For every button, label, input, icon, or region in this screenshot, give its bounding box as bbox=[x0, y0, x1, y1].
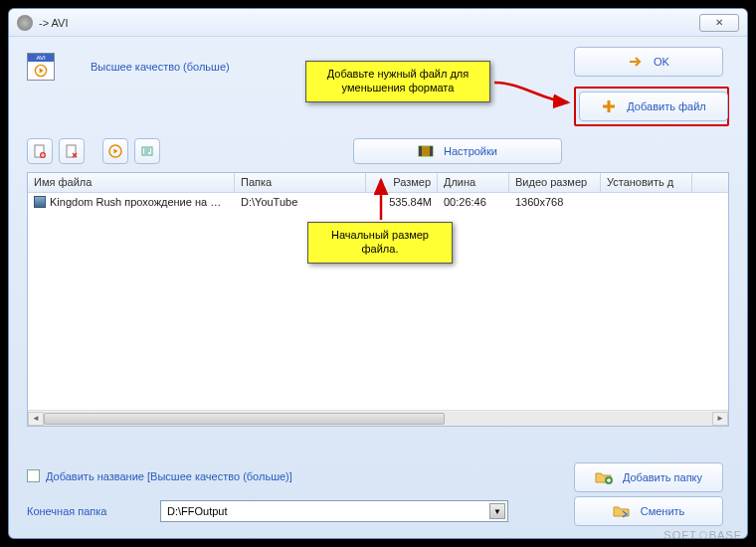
callout-add-file: Добавьте нужный файл дляуменьшения форма… bbox=[305, 61, 490, 102]
cell-length: 00:26:46 bbox=[438, 194, 509, 210]
ok-button[interactable]: OK bbox=[574, 47, 723, 77]
add-folder-label: Добавить папку bbox=[623, 471, 702, 483]
scroll-right-icon[interactable]: ► bbox=[712, 412, 728, 426]
arrow-right-icon bbox=[628, 54, 644, 70]
svg-rect-7 bbox=[419, 146, 422, 156]
horizontal-scrollbar[interactable]: ◄ ► bbox=[28, 410, 728, 426]
add-title-label[interactable]: Добавить название [Высшее качество (боль… bbox=[46, 470, 292, 482]
cell-folder: D:\YouTube bbox=[235, 194, 366, 210]
app-window: -> AVI ✕ AVI Высшее качество (больше) OK bbox=[8, 8, 748, 539]
file-table: Имя файла Папка Размер Длина Видео разме… bbox=[27, 172, 729, 427]
col-folder[interactable]: Папка bbox=[235, 173, 366, 192]
app-icon bbox=[17, 15, 33, 31]
table-row[interactable]: Kingdom Rush прохождение на ПК ... D:\Yo… bbox=[28, 193, 728, 211]
remove-doc-button[interactable] bbox=[59, 138, 85, 164]
add-title-checkbox[interactable] bbox=[27, 469, 40, 482]
play-button[interactable] bbox=[102, 138, 128, 164]
add-folder-button[interactable]: Добавить папку bbox=[574, 462, 723, 492]
cell-filename: Kingdom Rush прохождение на ПК ... bbox=[50, 196, 235, 208]
cell-size: 535.84M bbox=[366, 194, 438, 210]
scroll-left-icon[interactable]: ◄ bbox=[28, 412, 44, 426]
cell-set bbox=[601, 200, 692, 204]
add-file-label: Добавить файл bbox=[627, 100, 705, 112]
svg-rect-8 bbox=[430, 146, 433, 156]
play-circle-icon bbox=[108, 144, 122, 158]
col-set[interactable]: Установить д bbox=[601, 173, 692, 192]
plus-icon bbox=[601, 98, 617, 114]
video-file-icon bbox=[34, 196, 46, 208]
format-avi-icon: AVI bbox=[27, 53, 55, 81]
chevron-down-icon[interactable]: ▼ bbox=[489, 503, 505, 519]
output-folder-value: D:\FFOutput bbox=[167, 505, 489, 517]
output-folder-label: Конечная папка bbox=[27, 505, 146, 517]
doc-plus-icon bbox=[33, 144, 47, 158]
add-file-button[interactable]: Добавить файл bbox=[579, 91, 728, 121]
col-size[interactable]: Размер bbox=[366, 173, 438, 192]
titlebar: -> AVI ✕ bbox=[9, 9, 747, 37]
folder-arrow-icon bbox=[613, 503, 631, 519]
watermark: SOFTBASE bbox=[663, 529, 742, 541]
doc-x-icon bbox=[65, 144, 79, 158]
change-folder-button[interactable]: Сменить bbox=[574, 496, 723, 526]
col-videosize[interactable]: Видео размер bbox=[509, 173, 601, 192]
play-icon bbox=[28, 62, 54, 80]
ok-label: OK bbox=[654, 56, 669, 68]
col-filename[interactable]: Имя файла bbox=[28, 173, 235, 192]
callout-size: Начальный размерфайла. bbox=[307, 222, 453, 264]
quality-link[interactable]: Высшее качество (больше) bbox=[91, 61, 230, 73]
settings-button[interactable]: Настройки bbox=[353, 138, 562, 164]
scroll-thumb[interactable] bbox=[44, 413, 445, 425]
cell-videosize: 1360x768 bbox=[509, 194, 601, 210]
film-icon bbox=[418, 143, 434, 159]
col-length[interactable]: Длина bbox=[438, 173, 509, 192]
window-title: -> AVI bbox=[39, 17, 68, 29]
output-folder-combo[interactable]: D:\FFOutput ▼ bbox=[160, 500, 508, 522]
close-button[interactable]: ✕ bbox=[699, 14, 739, 32]
folder-plus-icon bbox=[595, 469, 613, 485]
change-label: Сменить bbox=[641, 505, 685, 517]
add-doc-button[interactable] bbox=[27, 138, 53, 164]
settings-label: Настройки bbox=[444, 145, 497, 157]
info-icon bbox=[140, 144, 154, 158]
add-file-highlight: Добавить файл bbox=[574, 87, 729, 126]
table-header: Имя файла Папка Размер Длина Видео разме… bbox=[28, 173, 728, 193]
info-button[interactable] bbox=[134, 138, 160, 164]
